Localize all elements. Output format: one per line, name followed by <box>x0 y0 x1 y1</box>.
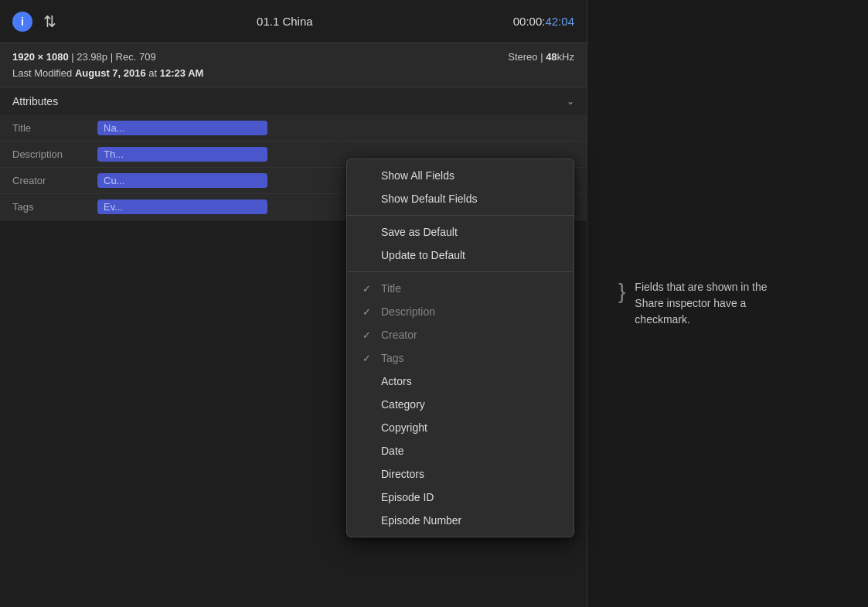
field-category-label: Category <box>381 398 425 411</box>
media-info-top: 1920 × 1080 | 23.98p | Rec. 709 Stereo |… <box>12 51 574 63</box>
dropdown-field-episode-id[interactable]: ✓ Episode ID <box>347 486 574 509</box>
share-icon[interactable]: ⇅ <box>43 12 56 31</box>
dropdown-update-default[interactable]: ✓ Update to Default <box>347 244 574 267</box>
dropdown-show-all-fields[interactable]: ✓ Show All Fields <box>347 164 574 187</box>
dropdown-field-actors[interactable]: ✓ Actors <box>347 370 574 393</box>
attributes-header: Attributes ⌄ <box>0 87 587 115</box>
update-default-label: Update to Default <box>381 249 465 261</box>
save-default-label: Save as Default <box>381 226 458 238</box>
left-panel: i ⇅ 01.1 China 00:00:42:04 1920 × 1080 |… <box>0 0 587 607</box>
checkmark-creator: ✓ <box>363 329 375 341</box>
media-resolution: 1920 × 1080 | 23.98p | Rec. 709 <box>12 51 156 63</box>
field-episode-id-label: Episode ID <box>381 491 434 503</box>
media-info-bar: 1920 × 1080 | 23.98p | Rec. 709 Stereo |… <box>0 43 587 87</box>
checkmark-title: ✓ <box>363 283 375 295</box>
field-actors-label: Actors <box>381 375 412 387</box>
dropdown-field-tags[interactable]: ✓ Tags <box>347 346 574 370</box>
dropdown-show-default-fields[interactable]: ✓ Show Default Fields <box>347 187 574 210</box>
field-directors-label: Directors <box>381 468 424 480</box>
top-bar-title: 01.1 China <box>257 15 313 28</box>
time-accent: 42:04 <box>545 15 574 28</box>
media-modified: Last Modified August 7, 2016 at 12:23 AM <box>12 67 574 79</box>
attributes-title: Attributes <box>12 95 58 107</box>
right-panel: } Fields that are shown in the Share ins… <box>603 0 868 607</box>
field-title-label: Title <box>381 282 401 295</box>
dropdown-field-title[interactable]: ✓ Title <box>347 277 574 300</box>
dropdown-field-directors[interactable]: ✓ Directors <box>347 462 574 486</box>
show-all-fields-label: Show All Fields <box>381 169 454 182</box>
show-default-fields-label: Show Default Fields <box>381 193 478 205</box>
attributes-chevron[interactable]: ⌄ <box>567 96 574 107</box>
top-bar: i ⇅ 01.1 China 00:00:42:04 <box>0 0 587 43</box>
field-episode-number-label: Episode Number <box>381 514 461 527</box>
attr-value-title[interactable]: Na... <box>97 121 267 135</box>
attr-label-tags: Tags <box>12 201 97 213</box>
attr-label-title: Title <box>12 122 97 134</box>
attr-label-creator: Creator <box>12 175 97 186</box>
dropdown-menu: ✓ Show All Fields ✓ Show Default Fields … <box>346 159 574 537</box>
dropdown-section-fields: ✓ Title ✓ Description ✓ Creator ✓ Tags ✓… <box>347 271 574 537</box>
field-creator-label: Creator <box>381 329 417 341</box>
attr-value-description[interactable]: Th... <box>97 147 267 162</box>
annotation-box: } Fields that are shown in the Share ins… <box>618 279 789 328</box>
field-tags-label: Tags <box>381 352 404 364</box>
dropdown-field-copyright[interactable]: ✓ Copyright <box>347 416 574 439</box>
attr-row-title: Title Na... <box>0 115 587 142</box>
checkmark-description: ✓ <box>363 306 375 318</box>
dropdown-section-defaults: ✓ Save as Default ✓ Update to Default <box>347 215 574 271</box>
field-date-label: Date <box>381 445 404 457</box>
top-bar-time: 00:00:42:04 <box>513 15 574 28</box>
dropdown-field-date[interactable]: ✓ Date <box>347 439 574 462</box>
field-description-label: Description <box>381 305 435 318</box>
dropdown-field-episode-number[interactable]: ✓ Episode Number <box>347 509 574 532</box>
info-icon[interactable]: i <box>12 12 32 32</box>
dropdown-save-default[interactable]: ✓ Save as Default <box>347 220 574 244</box>
checkmark-tags: ✓ <box>363 353 375 364</box>
dropdown-section-view: ✓ Show All Fields ✓ Show Default Fields <box>347 159 574 215</box>
dropdown-field-category[interactable]: ✓ Category <box>347 393 574 416</box>
annotation-text: Fields that are shown in the Share inspe… <box>635 279 789 328</box>
attr-label-description: Description <box>12 148 97 160</box>
field-copyright-label: Copyright <box>381 421 427 434</box>
annotation-bracket: } <box>618 281 625 302</box>
dropdown-field-creator[interactable]: ✓ Creator <box>347 323 574 346</box>
attr-value-creator[interactable]: Cu... <box>97 173 267 188</box>
media-audio: Stereo | 48kHz <box>508 51 574 63</box>
dropdown-field-description[interactable]: ✓ Description <box>347 300 574 323</box>
time-normal: 00:00: <box>513 15 546 28</box>
top-bar-left: i ⇅ <box>12 12 56 32</box>
attr-value-tags[interactable]: Ev... <box>97 199 267 214</box>
